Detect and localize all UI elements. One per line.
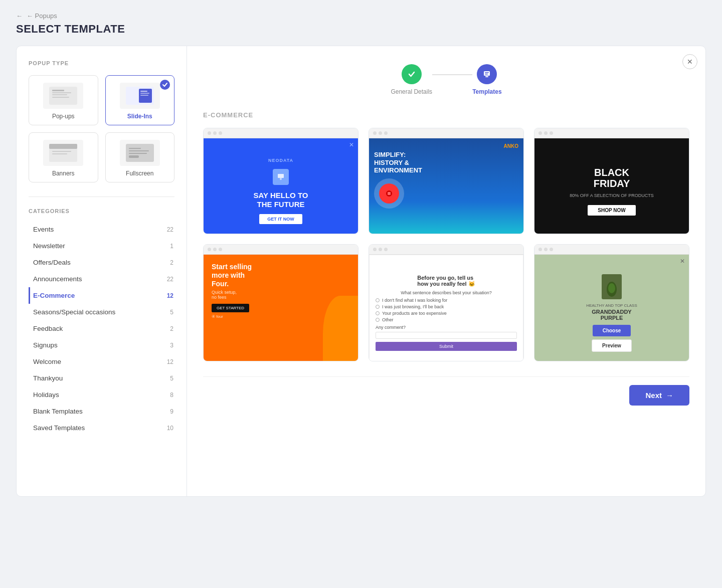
category-welcome-count: 12 — [167, 358, 173, 365]
popup-types-grid: Pop-ups — [29, 75, 174, 182]
category-announcements[interactable]: Announcements 22 — [29, 271, 174, 287]
category-newsletter-count: 1 — [170, 243, 173, 250]
svg-rect-13 — [52, 153, 67, 154]
category-welcome[interactable]: Welcome 12 — [29, 353, 174, 370]
choose-button-4[interactable]: Choose — [236, 295, 278, 311]
category-holidays[interactable]: Holidays 8 — [29, 386, 174, 403]
step2-circle — [477, 64, 497, 84]
template-card-6[interactable]: ✕ HEALTHY AND TOP CLASS GRANDDADDYPURPLE… — [534, 244, 689, 361]
choose-button-6[interactable]: Choose — [567, 295, 609, 311]
category-newsletter-label: Newsletter — [33, 242, 65, 250]
step2-label: Templates — [472, 88, 501, 95]
choose-button-3[interactable]: Choose — [567, 173, 609, 189]
popup-type-fullscreen[interactable]: Fullscreen — [105, 132, 175, 182]
category-thankyou[interactable]: Thankyou 5 — [29, 370, 174, 386]
categories-label: CATEGORIES — [29, 208, 174, 214]
category-holidays-label: Holidays — [33, 391, 59, 399]
category-seasons[interactable]: Seasons/Special occasions 5 — [29, 304, 174, 320]
category-holidays-count: 8 — [170, 391, 173, 399]
template-card-4[interactable]: Start sellingmore withFour. Quick setup,… — [203, 244, 358, 361]
slideins-label: Slide-Ins — [127, 113, 152, 120]
category-signups-count: 3 — [170, 342, 173, 349]
stepper: General Details Templates — [203, 64, 689, 95]
step-general-details: General Details — [391, 64, 432, 95]
svg-rect-12 — [52, 151, 71, 152]
category-newsletter[interactable]: Newsletter 1 — [29, 238, 174, 254]
main-content: ✕ General Details — [187, 46, 705, 496]
template-card-3[interactable]: BLACKFRIDAY 80% OFF A SELECTION OF PRODU… — [534, 128, 689, 234]
category-welcome-label: Welcome — [33, 358, 61, 365]
category-offers[interactable]: Offers/Deals 2 — [29, 254, 174, 271]
choose-button-5[interactable]: Choose — [402, 295, 444, 311]
category-saved[interactable]: Saved Templates 10 — [29, 420, 174, 436]
svg-rect-11 — [49, 144, 77, 149]
template-card-1[interactable]: ✕ NEODATA SAY HELLO TOTHE FUTURE GET IT … — [203, 128, 358, 234]
section-heading: E-COMMERCE — [203, 111, 689, 119]
category-offers-count: 2 — [170, 259, 173, 266]
category-ecommerce-label: E-Commerce — [33, 292, 75, 299]
svg-rect-2 — [52, 92, 71, 93]
svg-rect-8 — [140, 93, 149, 94]
preview-button-4[interactable]: Preview — [283, 295, 325, 311]
category-saved-label: Saved Templates — [33, 424, 85, 432]
template-card-2[interactable]: ANKO SIMPLIFY:HISTORY &ENVIRONMENT Choos… — [369, 128, 524, 234]
popups-icon — [43, 83, 83, 109]
category-events[interactable]: Events 22 — [29, 221, 174, 238]
selected-check-icon — [160, 80, 170, 90]
preview-button-6[interactable]: Preview — [614, 295, 656, 311]
template-card-5[interactable]: Before you go, tell ushow you really fee… — [369, 244, 524, 361]
choose-button-1[interactable]: Choose — [236, 173, 278, 189]
category-saved-count: 10 — [167, 425, 173, 432]
preview-button-2[interactable]: Preview — [448, 173, 491, 189]
category-thankyou-label: Thankyou — [33, 374, 63, 382]
svg-rect-9 — [140, 95, 148, 96]
templates-grid: ✕ NEODATA SAY HELLO TOTHE FUTURE GET IT … — [203, 128, 689, 361]
category-ecommerce-count: 12 — [167, 292, 173, 299]
svg-rect-4 — [52, 97, 69, 98]
preview-button-5[interactable]: Preview — [448, 295, 491, 311]
step1-circle — [402, 64, 422, 84]
fullscreen-icon — [120, 140, 160, 166]
choose-button-2[interactable]: Choose — [402, 173, 444, 189]
preview-button-1[interactable]: Preview — [283, 173, 325, 189]
category-feedback-count: 2 — [170, 325, 173, 332]
next-label: Next — [645, 391, 662, 400]
svg-rect-1 — [52, 90, 64, 91]
svg-rect-15 — [129, 148, 141, 149]
category-thankyou-count: 5 — [170, 375, 173, 382]
category-blank-count: 9 — [170, 408, 173, 415]
svg-rect-17 — [129, 153, 147, 154]
popup-type-popups[interactable]: Pop-ups — [29, 75, 98, 125]
popups-label: Pop-ups — [52, 113, 75, 120]
popup-type-label: POPUP TYPE — [29, 60, 174, 66]
next-arrow-icon: → — [666, 391, 673, 400]
svg-rect-19 — [484, 71, 490, 76]
sidebar: POPUP TYPE Pop-ups — [17, 46, 187, 496]
footer-bar: Next → — [203, 376, 689, 406]
category-ecommerce[interactable]: E-Commerce 12 — [29, 287, 174, 304]
svg-rect-22 — [485, 76, 488, 77]
breadcrumb[interactable]: ← ← Popups — [16, 12, 706, 20]
category-feedback[interactable]: Feedback 2 — [29, 320, 174, 337]
popup-type-slideins[interactable]: Slide-Ins — [105, 75, 175, 125]
category-feedback-label: Feedback — [33, 325, 63, 332]
preview-button-3[interactable]: Preview — [614, 173, 656, 189]
slideins-icon — [120, 83, 160, 109]
close-button[interactable]: ✕ — [682, 54, 697, 69]
categories-list: Events 22 Newsletter 1 Offers/Deals 2 An… — [29, 221, 174, 436]
category-announcements-count: 22 — [167, 276, 173, 283]
page-wrapper: ← ← Popups SELECT TEMPLATE POPUP TYPE — [0, 0, 722, 509]
category-offers-label: Offers/Deals — [33, 259, 71, 266]
banners-label: Banners — [52, 170, 75, 177]
category-signups[interactable]: Signups 3 — [29, 337, 174, 353]
next-button[interactable]: Next → — [629, 385, 689, 406]
svg-rect-16 — [129, 150, 149, 151]
step-connector — [432, 74, 472, 75]
back-arrow-icon: ← — [16, 12, 23, 20]
step1-label: General Details — [391, 88, 432, 95]
category-blank[interactable]: Blank Templates 9 — [29, 403, 174, 420]
category-announcements-label: Announcements — [33, 275, 82, 283]
svg-rect-20 — [485, 72, 489, 73]
popup-type-banners[interactable]: Banners — [29, 132, 98, 182]
category-seasons-count: 5 — [170, 309, 173, 316]
